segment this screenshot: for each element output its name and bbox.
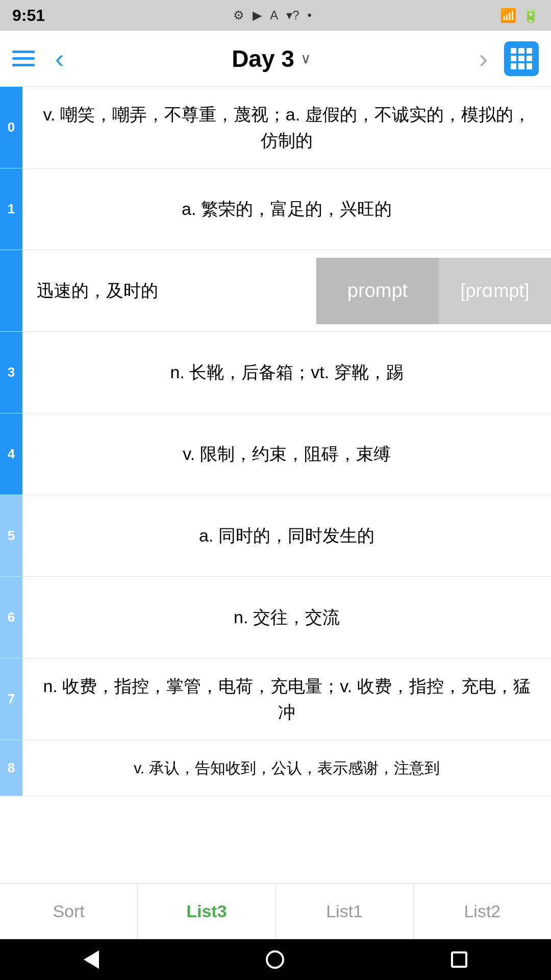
list-item[interactable]: 4 v. 限制，约束，阻碍，束缚 [0, 413, 551, 495]
word-index-0: 0 [0, 87, 22, 168]
list-item[interactable]: 6 n. 交往，交流 [0, 577, 551, 658]
nav-right: › [479, 41, 539, 76]
word-index-7: 7 [0, 658, 22, 740]
word-definition-0: v. 嘲笑，嘲弄，不尊重，蔑视；a. 虚假的，不诚实的，模拟的，仿制的 [22, 87, 551, 168]
forward-button[interactable]: › [479, 43, 488, 74]
battery-icon: 🔋 [522, 8, 539, 23]
grid-view-button[interactable] [504, 41, 539, 76]
list-item[interactable]: 迅速的，及时的 prompt [prɑmpt] [0, 250, 551, 332]
word-index-8: 8 [0, 740, 22, 796]
back-triangle-icon [84, 950, 99, 969]
popup-word-text: prompt [316, 258, 439, 324]
word-definition-1: a. 繁荣的，富足的，兴旺的 [22, 168, 551, 250]
tab-list3-label: List3 [186, 901, 227, 921]
word-definition-6: n. 交往，交流 [22, 577, 551, 658]
menu-button[interactable] [12, 51, 35, 66]
tab-list2[interactable]: List2 [414, 884, 551, 939]
popup-phonetic-text: [prɑmpt] [439, 258, 551, 324]
dot-icon: • [308, 8, 312, 22]
tab-sort-label: Sort [53, 901, 84, 921]
recent-square-icon [451, 951, 467, 968]
chevron-down-icon: ∨ [300, 50, 311, 67]
bottom-tab-bar: Sort List3 List1 List2 [0, 883, 551, 939]
tab-sort[interactable]: Sort [0, 884, 138, 939]
play-icon: ▶ [253, 8, 262, 22]
a-icon: A [270, 8, 278, 22]
word-list: 0 v. 嘲笑，嘲弄，不尊重，蔑视；a. 虚假的，不诚实的，模拟的，仿制的 1 … [0, 87, 551, 796]
word-definition-4: v. 限制，约束，阻碍，束缚 [22, 413, 551, 495]
android-home-button[interactable] [266, 950, 284, 969]
list-item[interactable]: 7 n. 收费，指控，掌管，电荷，充电量；v. 收费，指控，充电，猛冲 [0, 658, 551, 740]
android-back-button[interactable] [84, 950, 99, 969]
nav-bar: ‹ Day 3 ∨ › [0, 31, 551, 87]
word-index-3: 3 [0, 332, 22, 413]
list-item[interactable]: 0 v. 嘲笑，嘲弄，不尊重，蔑视；a. 虚假的，不诚实的，模拟的，仿制的 [0, 87, 551, 168]
settings-icon: ⚙ [233, 8, 244, 22]
word-definition-7: n. 收费，指控，掌管，电荷，充电量；v. 收费，指控，充电，猛冲 [22, 658, 551, 740]
tab-list1[interactable]: List1 [276, 884, 414, 939]
status-right: 📶 🔋 [500, 8, 539, 23]
list-item[interactable]: 3 n. 长靴，后备箱；vt. 穿靴，踢 [0, 332, 551, 413]
nav-title-text: Day 3 [232, 45, 294, 72]
list-item[interactable]: 8 v. 承认，告知收到，公认，表示感谢，注意到 [0, 740, 551, 796]
list-item[interactable]: 5 a. 同时的，同时发生的 [0, 495, 551, 577]
word-index-6: 6 [0, 577, 22, 658]
tab-list3[interactable]: List3 [138, 884, 276, 939]
android-nav-bar [0, 939, 551, 980]
word-index-2 [0, 250, 22, 331]
back-button[interactable]: ‹ [55, 45, 64, 72]
nav-title[interactable]: Day 3 ∨ [232, 45, 311, 72]
word-definition-8: v. 承认，告知收到，公认，表示感谢，注意到 [22, 740, 551, 796]
word-index-1: 1 [0, 168, 22, 250]
status-time: 9:51 [12, 6, 45, 25]
word-index-4: 4 [0, 413, 22, 495]
nav-left: ‹ [12, 45, 64, 72]
status-bar: 9:51 ⚙ ▶ A ▾? • 📶 🔋 [0, 0, 551, 31]
word-definition-3: n. 长靴，后备箱；vt. 穿靴，踢 [22, 332, 551, 413]
list-item[interactable]: 1 a. 繁荣的，富足的，兴旺的 [0, 168, 551, 250]
signal-icon: 📶 [500, 8, 516, 23]
status-icons: ⚙ ▶ A ▾? • [233, 8, 312, 22]
grid-icon [511, 48, 532, 69]
tab-list1-label: List1 [326, 901, 363, 921]
word-definition-2: 迅速的，及时的 [22, 250, 316, 331]
wifi-icon: ▾? [286, 8, 299, 22]
android-recent-button[interactable] [451, 951, 467, 968]
home-circle-icon [266, 950, 284, 969]
word-popup[interactable]: prompt [prɑmpt] [316, 258, 551, 324]
word-definition-5: a. 同时的，同时发生的 [22, 495, 551, 576]
word-index-5: 5 [0, 495, 22, 576]
tab-list2-label: List2 [464, 901, 500, 921]
